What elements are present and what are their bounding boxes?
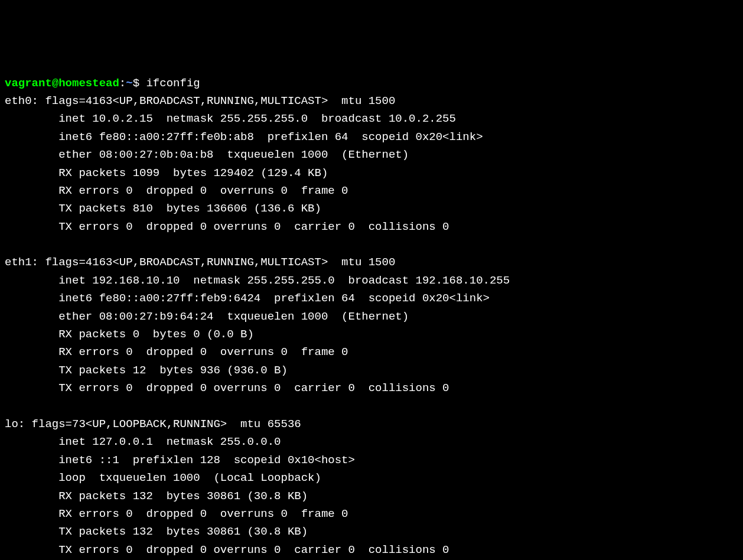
prompt-dollar: $	[133, 77, 146, 90]
prompt-path: ~	[126, 77, 132, 90]
prompt-colon: :	[119, 77, 126, 90]
command-input[interactable]: ifconfig	[146, 77, 200, 90]
terminal-output: eth0: flags=4163<UP,BROADCAST,RUNNING,MU…	[5, 92, 738, 559]
prompt-user-host: vagrant@homestead	[5, 77, 119, 90]
terminal-prompt[interactable]: vagrant@homestead:~$ ifconfig	[5, 77, 200, 90]
